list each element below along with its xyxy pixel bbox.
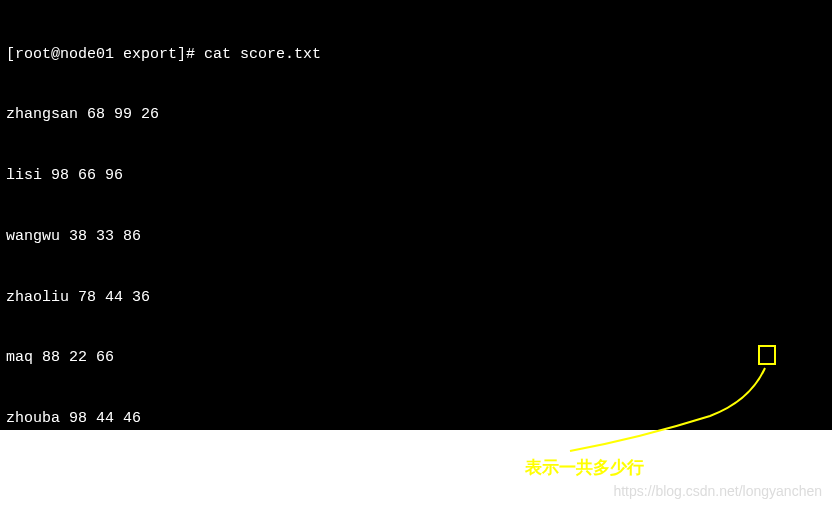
mouse-cursor-icon — [133, 490, 151, 507]
file-line-3: wangwu 38 33 86 — [6, 227, 826, 247]
terminal-window[interactable]: [root@node01 export]# cat score.txt zhan… — [0, 0, 832, 430]
file-line-6: zhouba 98 44 46 — [6, 409, 826, 429]
file-line-4: zhaoliu 78 44 36 — [6, 288, 826, 308]
prompt: [root@node01 export]# — [6, 46, 204, 63]
command-cat: cat score.txt — [204, 46, 321, 63]
watermark-text: https://blog.csdn.net/longyanchen — [613, 483, 822, 499]
annotation-label: 表示一共多少行 — [525, 456, 644, 479]
cmd-line-1: [root@node01 export]# cat score.txt — [6, 45, 826, 65]
file-line-2: lisi 98 66 96 — [6, 166, 826, 186]
file-line-5: maq 88 22 66 — [6, 348, 826, 368]
file-line-1: zhangsan 68 99 26 — [6, 105, 826, 125]
